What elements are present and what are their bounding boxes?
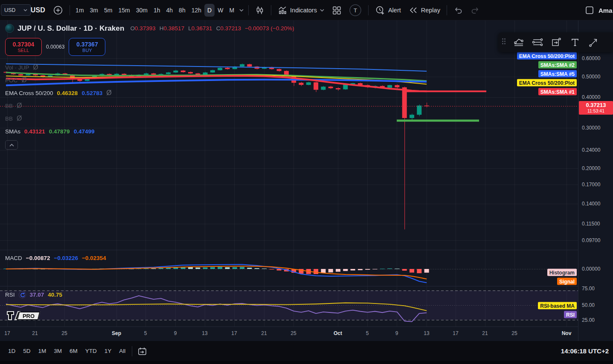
interval-button-W[interactable]: W xyxy=(215,4,226,17)
buy-button[interactable]: 0.37367 BUY xyxy=(69,38,105,56)
floating-drawing-toolbar xyxy=(498,32,613,52)
macd-legend[interactable]: MACD −0.00872 −0.03226 −0.02354 xyxy=(5,255,106,261)
eye-off-icon[interactable]: Ø xyxy=(33,64,38,71)
time-tick-5: 5 xyxy=(366,330,369,336)
interval-button-D[interactable]: D xyxy=(204,4,215,17)
interval-button-3m[interactable]: 3m xyxy=(87,4,101,17)
alert-clock-icon xyxy=(375,5,385,15)
range-button-1M[interactable]: 1M xyxy=(35,346,50,356)
currency-label: USD xyxy=(4,7,15,13)
replay-icon xyxy=(409,6,418,15)
time-tick-25: 25 xyxy=(291,330,296,336)
buy-label: BUY xyxy=(82,48,92,53)
save-layout-icon[interactable] xyxy=(585,6,594,15)
time-tick-17: 17 xyxy=(453,330,458,336)
interval-button-12h[interactable]: 12h xyxy=(189,4,204,17)
time-tick-21: 21 xyxy=(32,330,38,336)
time-axis[interactable]: 172125Sep5913172125Oct5913172125Nov xyxy=(0,326,613,341)
legend-row-3[interactable]: BBØ xyxy=(5,99,294,112)
template-button[interactable]: T xyxy=(345,3,366,17)
time-tick-9: 9 xyxy=(395,330,398,336)
legend-block: JUP / U. S. Dollar · 1D · Kraken O0.3739… xyxy=(5,24,294,150)
chart-style-button[interactable] xyxy=(251,3,268,17)
legend-row-4[interactable]: BBØ xyxy=(5,112,294,125)
close-label: C xyxy=(216,25,221,32)
rsi-legend[interactable]: RSI 37.07 40.75 xyxy=(5,291,62,298)
interval-button-30m[interactable]: 30m xyxy=(133,4,151,17)
toolbar-divider xyxy=(132,346,132,356)
text-tool-button[interactable] xyxy=(566,34,584,51)
go-to-date-button[interactable] xyxy=(135,344,150,358)
toolbar-divider xyxy=(248,5,249,15)
last-price-chip: 0.37213 11:53:41 xyxy=(579,101,613,115)
arrow-tool-button[interactable] xyxy=(584,34,603,51)
clock-timezone[interactable]: 14:06:18 UTC+2 xyxy=(561,347,609,355)
eye-off-icon[interactable]: Ø xyxy=(17,115,22,122)
range-button-1Y[interactable]: 1Y xyxy=(101,346,116,356)
regression-trend-tool-button[interactable] xyxy=(509,34,528,51)
scale-chip-6: Signal xyxy=(557,278,577,285)
replay-button[interactable]: Replay xyxy=(405,3,444,17)
redo-button[interactable] xyxy=(467,3,484,17)
rsi-sync-icon[interactable] xyxy=(19,291,26,298)
eye-off-icon[interactable]: Ø xyxy=(106,89,111,97)
eye-off-icon[interactable]: Ø xyxy=(17,102,22,110)
range-button-6M[interactable]: 6M xyxy=(66,346,81,356)
alert-button[interactable]: Alert xyxy=(371,3,405,17)
toolbar-divider xyxy=(447,5,447,15)
range-button-5D[interactable]: 5D xyxy=(19,346,34,356)
interval-dropdown-button[interactable] xyxy=(237,3,246,17)
last-price-value: 0.37213 xyxy=(579,102,613,108)
sell-button[interactable]: 0.37304 SELL xyxy=(5,38,42,56)
interval-button-5m[interactable]: 5m xyxy=(101,4,115,17)
interval-button-1h[interactable]: 1h xyxy=(151,4,163,17)
interval-button-1m[interactable]: 1m xyxy=(73,4,87,17)
legend-row-5[interactable]: SMAs0.431210.478790.47499 xyxy=(5,125,294,138)
undo-button[interactable] xyxy=(450,3,467,17)
scale-chip-4: SMAs:SMA #1 xyxy=(538,88,577,95)
symbol-title[interactable]: JUP / U. S. Dollar · 1D · Kraken xyxy=(17,24,124,33)
legend-row-value: 0.46328 xyxy=(57,90,78,96)
legend-row-2[interactable]: EMA Cross 50/2000.463280.52783Ø xyxy=(5,87,294,99)
interval-button-15m[interactable]: 15m xyxy=(115,4,133,17)
price-tick-75.00: 75.00 xyxy=(582,286,595,292)
drag-handle-icon[interactable] xyxy=(498,38,509,46)
scale-chip-8: RSI xyxy=(564,311,577,318)
tradingview-pro-watermark[interactable]: PRO xyxy=(6,310,39,321)
legend-row-name: Vol · JUP xyxy=(5,64,29,71)
interval-button-4h[interactable]: 4h xyxy=(163,4,176,17)
legend-row-value: 0.43121 xyxy=(24,128,45,135)
change-value: −0.00073 (−0.20%) xyxy=(245,25,294,32)
pro-badge: PRO xyxy=(17,312,41,320)
legend-collapse-button[interactable] xyxy=(5,140,18,150)
range-button-YTD[interactable]: YTD xyxy=(81,346,101,356)
pane-separator[interactable] xyxy=(0,286,613,286)
indicators-icon xyxy=(278,6,287,15)
horizontal-line-tool-button[interactable] xyxy=(528,34,547,51)
interval-button-M[interactable]: M xyxy=(226,4,237,17)
currency-selector[interactable]: USD xyxy=(1,4,31,16)
date-range-group: 1D5D1M3M6MYTD1YAll xyxy=(4,346,129,356)
price-axis[interactable]: 0.600000.500000.400000.300000.240000.200… xyxy=(578,20,613,341)
layout-grid-button[interactable] xyxy=(328,3,345,17)
compare-add-symbol-button[interactable] xyxy=(49,3,67,17)
indicators-button[interactable]: Indicators xyxy=(274,3,328,17)
undo-icon xyxy=(453,6,463,15)
time-tick-17: 17 xyxy=(4,330,10,336)
range-button-1D[interactable]: 1D xyxy=(4,346,19,356)
price-tick-25.00: 25.00 xyxy=(582,317,595,323)
range-button-All[interactable]: All xyxy=(115,346,129,356)
eye-off-icon[interactable]: Ø xyxy=(21,76,26,84)
symbol-header-row[interactable]: JUP / U. S. Dollar · 1D · Kraken O0.3739… xyxy=(5,24,294,33)
date-price-range-tool-button[interactable] xyxy=(547,34,566,51)
legend-row-0[interactable]: Vol · JUPØ xyxy=(5,61,294,74)
legend-row-1[interactable]: POCØ xyxy=(5,74,294,87)
range-button-3M[interactable]: 3M xyxy=(50,346,66,356)
ohlc-values: O0.37393 H0.38517 L0.36731 C0.37213 −0.0… xyxy=(130,25,294,32)
layout-name[interactable]: Ama xyxy=(598,7,613,14)
price-tick-0.00000: 0.00000 xyxy=(582,266,600,272)
time-tick-25: 25 xyxy=(61,330,67,336)
interval-button-8h[interactable]: 8h xyxy=(176,4,189,17)
pane-separator[interactable] xyxy=(0,250,613,250)
sell-price: 0.37304 xyxy=(13,41,35,48)
